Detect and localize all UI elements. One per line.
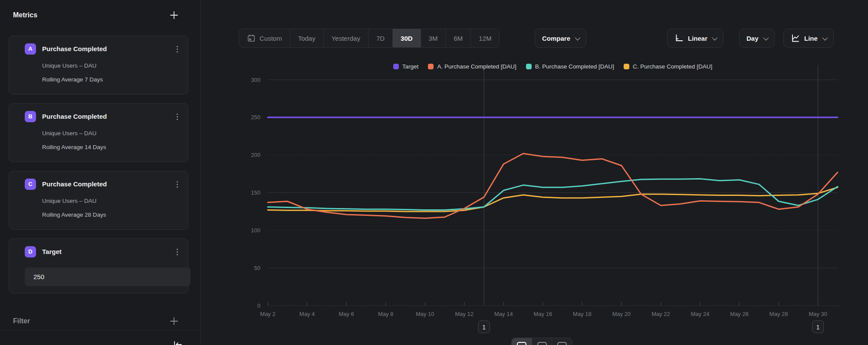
metric-menu-button[interactable] (173, 44, 181, 54)
bar-view-button[interactable] (532, 338, 552, 345)
x-axis-tick-label: May 30 (809, 311, 827, 317)
x-axis-tick-label: May 24 (691, 311, 710, 317)
y-axis-tick-label: 0 (257, 303, 260, 309)
chevron-down-icon (575, 35, 581, 40)
x-axis-tick-label: May 4 (299, 311, 315, 317)
chart-type-label: Line (804, 35, 818, 42)
sidebar-divider (200, 0, 201, 345)
x-axis-tick-label: May 16 (534, 311, 552, 317)
x-axis-tick-label: May 26 (730, 311, 749, 317)
metric-title: Purchase Completed (42, 43, 107, 55)
metrics-sidebar: Metrics A Purchase Completed Unique User… (0, 0, 201, 345)
metric-rolling: Rolling Average 14 Days (42, 143, 106, 152)
legend-label: Target (402, 63, 419, 70)
legend-label: B. Purchase Completed [DAU] (535, 63, 614, 70)
chevron-down-icon (763, 35, 769, 40)
metric-card-b[interactable]: B Purchase Completed Unique Users – DAU … (9, 103, 188, 162)
y-axis-tick-label: 100 (251, 227, 260, 234)
x-axis-tick-label: May 18 (573, 311, 592, 317)
table-view-button[interactable] (552, 338, 572, 345)
metric-rolling: Rolling Average 7 Days (42, 75, 103, 85)
metric-badge: B (25, 111, 36, 122)
series-line-b (268, 179, 838, 210)
legend-swatch (526, 64, 532, 69)
legend-item[interactable]: B. Purchase Completed [DAU] (526, 63, 614, 70)
metric-menu-button[interactable] (173, 247, 181, 257)
legend-item[interactable]: C. Purchase Completed [DAU] (624, 63, 712, 70)
x-axis-tick-label: May 22 (651, 311, 670, 317)
legend-item[interactable]: A. Purchase Completed [DAU] (428, 63, 516, 70)
range-yesterday[interactable]: Yesterday (324, 29, 368, 47)
metric-card-c[interactable]: C Purchase Completed Unique Users – DAU … (9, 171, 188, 230)
metric-menu-button[interactable] (173, 179, 181, 189)
range-today[interactable]: Today (290, 29, 324, 47)
range-7d[interactable]: 7D (368, 29, 393, 47)
x-axis-tick-label: May 10 (416, 311, 434, 317)
range-label: 6M (454, 35, 463, 42)
metric-badge: C (25, 179, 36, 190)
x-axis-tick-label: May 12 (455, 311, 473, 317)
range-30d[interactable]: 30D (393, 29, 421, 47)
compare-dropdown[interactable]: Compare (535, 29, 586, 48)
metric-menu-button[interactable] (173, 111, 181, 122)
series-line-a (268, 153, 838, 218)
metric-title: Purchase Completed (42, 111, 107, 122)
range-label: Today (298, 35, 316, 42)
chart-type-dropdown[interactable]: Line (783, 29, 834, 48)
target-value-input[interactable] (25, 267, 191, 286)
filter-heading: Filter (13, 316, 30, 327)
x-axis-tick-label: May 28 (769, 311, 788, 317)
legend-label: A. Purchase Completed [DAU] (437, 63, 516, 70)
metric-measure: Unique Users – DAU (42, 129, 96, 138)
y-axis-tick-label: 50 (254, 265, 260, 271)
chevron-down-icon (822, 35, 828, 40)
legend-swatch (624, 64, 629, 69)
plus-icon (169, 10, 179, 20)
metric-badge: D (25, 246, 36, 257)
compare-label: Compare (542, 35, 570, 42)
add-filter-button[interactable] (169, 316, 179, 326)
collapse-sidebar-button[interactable] (173, 339, 183, 345)
chart-view-button[interactable] (512, 338, 532, 345)
add-metric-button[interactable] (169, 10, 179, 20)
annotation-badge-label: 1 (816, 324, 820, 331)
metrics-heading: Metrics (13, 10, 37, 21)
chevron-down-icon (712, 35, 718, 40)
range-label: Custom (260, 35, 282, 42)
legend-swatch (428, 64, 434, 69)
range-6m[interactable]: 6M (446, 29, 471, 47)
annotation-badge[interactable] (812, 321, 824, 333)
series-line-c (268, 187, 838, 212)
target-title: Target (42, 246, 62, 257)
range-label: 7D (376, 35, 385, 42)
chart-legend: TargetA. Purchase Completed [DAU]B. Purc… (268, 63, 838, 70)
granularity-label: Day (746, 35, 759, 42)
view-switcher (511, 338, 572, 345)
annotation-badge[interactable] (478, 321, 490, 333)
annotation-badge-label: 1 (482, 324, 486, 331)
metric-measure: Unique Users – DAU (42, 196, 96, 206)
range-3m[interactable]: 3M (421, 29, 446, 47)
legend-swatch (393, 64, 399, 69)
x-axis-tick-label: May 8 (378, 311, 393, 317)
range-label: 30D (401, 35, 413, 42)
plus-icon (169, 316, 179, 326)
y-axis-tick-label: 300 (251, 77, 260, 83)
range-label: 3M (429, 35, 438, 42)
metric-badge: A (25, 43, 36, 55)
granularity-dropdown[interactable]: Day (739, 29, 775, 48)
metric-title: Purchase Completed (42, 179, 107, 190)
range-12m[interactable]: 12M (471, 29, 499, 47)
range-custom[interactable]: Custom (239, 29, 290, 47)
sidebar-footer-divider (0, 330, 201, 331)
legend-item[interactable]: Target (393, 63, 419, 70)
metric-card-a[interactable]: A Purchase Completed Unique Users – DAU … (9, 36, 188, 94)
chart-view-icon (517, 342, 526, 345)
x-axis-tick-label: May 2 (260, 311, 275, 317)
axes-icon (674, 33, 684, 43)
metric-rolling: Rolling Average 28 Days (42, 210, 106, 220)
scale-label: Linear (688, 35, 707, 42)
scale-dropdown[interactable]: Linear (667, 29, 723, 48)
target-card[interactable]: D Target (9, 238, 188, 293)
date-range-control: Custom Today Yesterday 7D 30D 3M 6M 12M (239, 29, 500, 48)
